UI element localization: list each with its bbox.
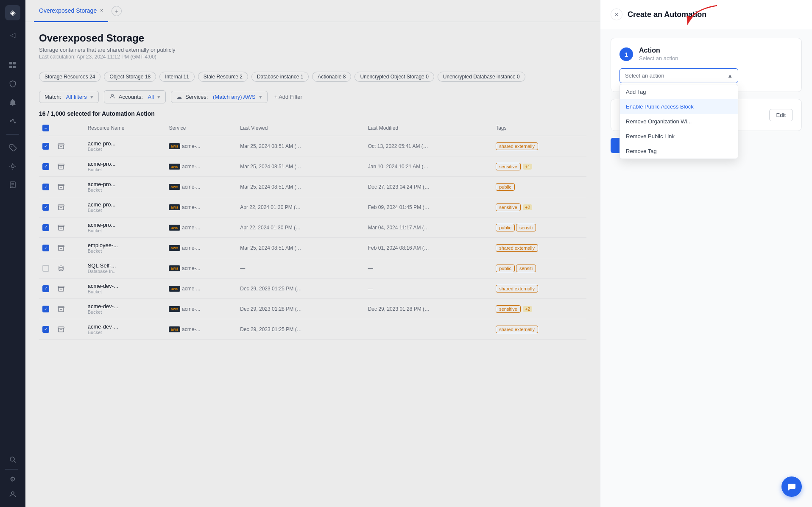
row-checkbox[interactable]: [42, 245, 49, 251]
action-dropdown-container: Select an action ▲ Add TagEnable Public …: [619, 68, 793, 83]
page-title: Overexposed Storage: [39, 32, 586, 44]
row-checkbox[interactable]: [42, 326, 49, 333]
resource-name-cell: acme-pro...Bucket: [84, 197, 166, 217]
accounts-label: Accounts:: [119, 94, 143, 100]
select-all-checkbox[interactable]: [42, 125, 49, 131]
bucket-icon: [56, 223, 66, 233]
collapse-icon[interactable]: ◁: [5, 27, 20, 42]
service-cell: aws acme-...: [165, 156, 237, 177]
tag-badge: sensitive: [496, 305, 521, 313]
last-viewed-cell: Dec 29, 2023 01:28 PM (…: [237, 299, 364, 319]
row-checkbox[interactable]: [42, 143, 49, 150]
tag-icon[interactable]: [5, 140, 20, 155]
dashboard-icon[interactable]: [5, 58, 20, 73]
last-modified-cell: Feb 09, 2024 01:45 PM (…: [365, 197, 492, 217]
tags-cell: shared externally: [492, 136, 586, 156]
last-modified-cell: —: [365, 258, 492, 279]
sidebar-bottom: ⚙: [5, 452, 20, 502]
tag-badge: sensitive: [496, 203, 521, 211]
tags-cell: sensitive+2: [492, 197, 586, 217]
col-last-viewed: Last Viewed: [237, 120, 364, 136]
row-checkbox[interactable]: [42, 306, 49, 312]
accounts-filter[interactable]: Accounts: All ▾: [104, 90, 166, 103]
last-modified-cell: Dec 29, 2023 01:28 PM (…: [365, 299, 492, 319]
svg-rect-1: [9, 66, 12, 68]
resource-name-cell: SQL Self-...Database In...: [84, 258, 166, 279]
sun-icon[interactable]: [5, 159, 20, 174]
filter-pill[interactable]: Actionable 8: [312, 72, 351, 82]
shield-icon[interactable]: [5, 76, 20, 92]
filter-pill[interactable]: Internal 11: [159, 72, 195, 82]
filter-pill[interactable]: Unencrypted Database instance 0: [438, 72, 525, 82]
svg-line-20: [14, 461, 16, 462]
filter-pill[interactable]: Object Storage 18: [104, 72, 156, 82]
table-container: Resource Name Service Last Viewed Last M…: [25, 120, 600, 507]
row-checkbox[interactable]: [42, 285, 49, 292]
table-row: acme-dev-...Bucketaws acme-...Dec 29, 20…: [39, 299, 586, 319]
filter-pill[interactable]: Database instance 1: [251, 72, 309, 82]
tab-bar: Overexposed Storage × +: [25, 0, 600, 22]
svg-rect-0: [9, 62, 12, 64]
resources-table: Resource Name Service Last Viewed Last M…: [39, 120, 586, 340]
last-viewed-cell: Mar 25, 2024 08:51 AM (…: [237, 238, 364, 258]
match-filter[interactable]: Match: All filters ▾: [39, 91, 99, 103]
logo-icon[interactable]: ◈: [5, 5, 20, 20]
search-icon[interactable]: [5, 452, 20, 467]
row-checkbox[interactable]: [42, 224, 49, 231]
resource-name-cell: acme-dev-...Bucket: [84, 279, 166, 299]
edit-button[interactable]: Edit: [769, 109, 793, 121]
dropdown-option[interactable]: Remove Public Link: [620, 129, 738, 144]
page-subtitle: Storage containers that are shared exter…: [39, 47, 586, 53]
user-icon[interactable]: [5, 487, 20, 502]
sidebar: ◈ ◁ ⚙: [0, 0, 25, 507]
tag-badge: shared externally: [496, 142, 538, 150]
row-checkbox[interactable]: [42, 204, 49, 211]
table-row: acme-pro...Bucketaws acme-...Apr 22, 202…: [39, 217, 586, 238]
selection-info: 16 / 1,000 selected for Automation Actio…: [25, 107, 600, 120]
row-checkbox[interactable]: [42, 184, 49, 190]
tag-badge: shared externally: [496, 326, 538, 333]
bucket-icon: [56, 141, 66, 151]
tag-badge: shared externally: [496, 244, 538, 252]
step-1-card: 1 Action Select an action Select an acti…: [611, 38, 802, 92]
dropdown-option[interactable]: Enable Public Access Block: [620, 99, 738, 114]
tag-badge: sensiti: [516, 265, 536, 272]
services-label: Services:: [185, 94, 208, 100]
last-viewed-cell: Apr 22, 2024 01:30 PM (…: [237, 217, 364, 238]
row-checkbox[interactable]: [42, 265, 49, 272]
svg-rect-3: [13, 66, 16, 68]
settings-icon[interactable]: ⚙: [5, 471, 20, 487]
tab-overexposed-storage[interactable]: Overexposed Storage ×: [34, 0, 108, 22]
database-icon: [56, 263, 66, 273]
chat-button[interactable]: [781, 476, 802, 497]
table-row: SQL Self-...Database In...aws acme-...——…: [39, 258, 586, 279]
add-filter-button[interactable]: + Add Filter: [273, 91, 304, 103]
filter-pill[interactable]: Unencrypted Object Storage 0: [354, 72, 434, 82]
dropdown-option[interactable]: Remove Tag: [620, 144, 738, 159]
document-icon[interactable]: [5, 177, 20, 192]
row-checkbox[interactable]: [42, 163, 49, 170]
bucket-icon: [56, 324, 66, 334]
svg-point-6: [14, 122, 16, 123]
resource-name-cell: employee-...Bucket: [84, 238, 166, 258]
svg-line-8: [14, 120, 14, 122]
step-1-info: Action Select an action: [639, 47, 678, 61]
col-resource-name: Resource Name: [84, 120, 166, 136]
tab-add-button[interactable]: +: [112, 6, 122, 16]
services-filter[interactable]: ☁ Services: (Match any) AWS ▾: [171, 91, 268, 103]
action-dropdown-trigger[interactable]: Select an action ▲: [619, 68, 738, 83]
dropdown-option[interactable]: Remove Organization Wi...: [620, 114, 738, 129]
panel-close-button[interactable]: ×: [611, 8, 622, 20]
service-cell: aws acme-...: [165, 217, 237, 238]
bell-icon[interactable]: [5, 95, 20, 110]
tab-close-button[interactable]: ×: [100, 8, 103, 14]
dropdown-option[interactable]: Add Tag: [620, 84, 738, 99]
accounts-value: All: [148, 94, 153, 100]
filter-pill[interactable]: Storage Resources 24: [39, 72, 100, 82]
filter-pill[interactable]: Stale Resource 2: [198, 72, 248, 82]
resource-name-cell: acme-pro...Bucket: [84, 156, 166, 177]
tag-badge: sensiti: [516, 224, 536, 231]
resource-name-cell: acme-pro...Bucket: [84, 177, 166, 197]
bucket-icon: [56, 243, 66, 253]
graph-icon[interactable]: [5, 114, 20, 129]
